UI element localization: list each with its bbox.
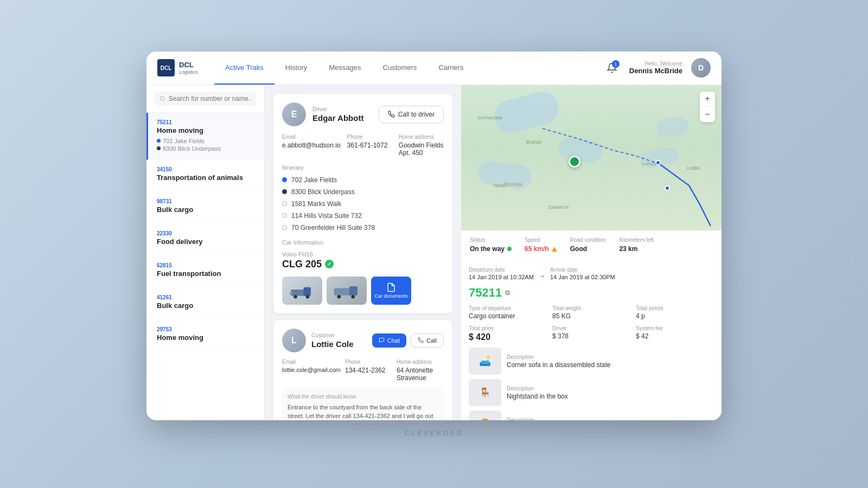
car-brand: Volvo FH16 <box>282 251 444 258</box>
tab-active-traks[interactable]: Active Traks <box>214 52 275 85</box>
verified-icon: ✓ <box>325 260 334 268</box>
car-documents-button[interactable]: Car documents <box>371 277 411 305</box>
item-title-6: Home moving <box>157 333 256 342</box>
status-orange-triangle <box>552 247 557 252</box>
sidebar-item-3[interactable]: 22330 Food delivery <box>146 224 264 256</box>
notifications-button[interactable]: 1 <box>603 59 621 76</box>
logo: DCL DCL Logistics <box>157 59 198 76</box>
map-zoom-controls: + − <box>700 92 715 122</box>
shipment-number: 75211 ⧉ <box>469 286 714 300</box>
sidebar-item-0[interactable]: 75211 Home moving 702 Jake Fields 8300 B… <box>146 113 264 160</box>
customer-info-grid: Email lottie.cole@gmail.com Phone 134-42… <box>282 359 444 382</box>
car-image-1[interactable] <box>282 277 322 305</box>
itin-dot-gray-icon <box>282 201 287 206</box>
copy-icon[interactable]: ⧉ <box>505 289 510 297</box>
item-thumb-2: 🪵 <box>469 410 501 420</box>
itinerary-label: Itinerary <box>282 164 444 171</box>
svg-rect-5 <box>290 292 293 294</box>
map-water-3 <box>656 116 690 138</box>
phone-icon <box>388 111 395 118</box>
item-title-4: Fuel transportation <box>157 269 256 278</box>
customer-left: L Customer Lottie Cole <box>282 329 354 352</box>
item-thumb-1: 🪑 <box>469 379 501 406</box>
dates-row: Departure date 14 Jan 2019 at 10:32AM → … <box>469 267 714 280</box>
map-water-1 <box>490 88 561 136</box>
zoom-out-button[interactable]: − <box>700 107 715 122</box>
dot-navy-icon <box>157 146 161 150</box>
svg-point-0 <box>160 96 164 100</box>
app-container: DCL DCL Logistics Active Traks History M… <box>146 52 722 420</box>
tab-messages[interactable]: Messages <box>318 52 372 85</box>
search-icon <box>159 95 165 102</box>
chat-customer-button[interactable]: Chat <box>372 333 406 348</box>
map-label-4: Zawiercie <box>548 204 569 210</box>
map-label-1: Sochaczew <box>477 115 502 120</box>
sidebar-item-1[interactable]: 34150 Transportation of animals <box>146 160 264 192</box>
itin-dot-gray2-icon <box>282 213 287 218</box>
item-row-2: 🪵 Description Oak table assembled <box>469 410 714 420</box>
itin-stop-3: 114 Hills Vista Suite 732 <box>282 212 444 220</box>
itinerary-list: 702 Jake Fields 8300 Blick Underpass 158… <box>282 176 444 232</box>
map-label-2: Brańsk <box>526 139 541 145</box>
map-label-7: Bochnia <box>505 182 522 187</box>
arrive-date: Arrival date 14 Jan 2019 at 02:30PM <box>550 267 615 280</box>
car-image-2[interactable] <box>327 277 367 305</box>
status-km: Kilometers left 23 km <box>619 237 653 253</box>
item-number-6: 29753 <box>157 326 256 332</box>
chat-icon <box>379 337 385 343</box>
tab-carriers[interactable]: Carriers <box>427 52 474 85</box>
search-wrap[interactable] <box>154 92 257 106</box>
sidebar: 75211 Home moving 702 Jake Fields 8300 B… <box>146 85 265 420</box>
search-bar <box>146 85 264 113</box>
call-driver-button[interactable]: Call to driver <box>379 106 444 123</box>
sidebar-item-6[interactable]: 29753 Home moving <box>146 320 264 352</box>
item-addr1-0: 702 Jake Fields <box>157 138 256 144</box>
tab-customers[interactable]: Customers <box>372 52 428 85</box>
customer-actions: Chat Call <box>372 333 444 348</box>
logo-icon: DCL <box>157 59 175 76</box>
car-info-label: Car Information <box>282 239 444 246</box>
sidebar-item-2[interactable]: 98731 Bulk cargo <box>146 192 264 224</box>
item-title-5: Bulk cargo <box>157 301 256 310</box>
itin-stop-2: 1581 Marks Walk <box>282 200 444 208</box>
svg-point-3 <box>293 294 297 298</box>
svg-point-9 <box>351 294 355 298</box>
itin-stop-4: 70 Greenfelder Hill Suite 378 <box>282 224 444 232</box>
item-number-1: 34150 <box>157 166 256 172</box>
sidebar-item-5[interactable]: 41261 Bulk cargo <box>146 288 264 320</box>
svg-rect-7 <box>349 286 358 296</box>
user-info: Hello, Welcome Dennis McBride <box>629 61 682 75</box>
body-area: 75211 Home moving 702 Jake Fields 8300 B… <box>146 85 722 420</box>
sidebar-item-4[interactable]: 62815 Fuel transportation <box>146 256 264 288</box>
customer-card: L Customer Lottie Cole <box>273 320 452 420</box>
customer-label: Customer <box>311 332 354 338</box>
tab-history[interactable]: History <box>275 52 318 85</box>
driver-name: Edgar Abbott <box>312 113 363 123</box>
car-images: Car documents <box>282 277 444 305</box>
map-waypoint-2 <box>665 185 670 191</box>
sidebar-list: 75211 Home moving 702 Jake Fields 8300 B… <box>146 113 264 352</box>
item-number-3: 22330 <box>157 230 256 236</box>
date-arrow-icon: → <box>538 272 546 280</box>
search-input[interactable] <box>169 95 251 102</box>
item-thumb-0: 🛋️ <box>469 348 501 375</box>
itin-dot-blue-icon <box>282 177 287 182</box>
brand-sub: Logistics <box>179 69 198 75</box>
item-number-4: 62815 <box>157 262 256 268</box>
price-grid: Total price $ 420 Driver $ 378 System fe… <box>469 325 714 342</box>
call-customer-button[interactable]: Call <box>411 333 444 348</box>
dot-blue-icon <box>157 139 161 143</box>
item-title-1: Transportation of animals <box>157 174 256 182</box>
driver-label: Driver <box>312 106 363 112</box>
zoom-in-button[interactable]: + <box>700 92 715 107</box>
car-info-section: Car Information Volvo FH16 CLG 205 ✓ <box>282 239 444 305</box>
note-label: What the driver should know <box>288 394 438 400</box>
customer-avatar: L <box>282 329 306 352</box>
driver-note-box: What the driver should know Entrance to … <box>282 388 444 420</box>
header-right: 1 Hello, Welcome Dennis McBride D <box>603 58 711 78</box>
cleveroad-brand: CLEVEROAD <box>405 429 464 437</box>
status-road: Road condition Good <box>570 237 607 253</box>
map-current-pin <box>569 156 580 168</box>
driver-avatar: E <box>282 102 306 126</box>
status-ontheway: Status On the way <box>470 237 512 253</box>
